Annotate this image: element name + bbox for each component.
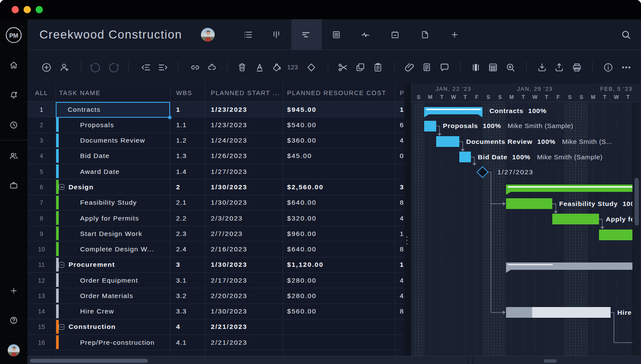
tab-sheet-view-icon[interactable] xyxy=(324,19,348,50)
cell-planned-start[interactable]: 2/21/2023 xyxy=(211,335,247,350)
outdent-icon[interactable] xyxy=(138,60,153,75)
fullscreen-button[interactable] xyxy=(36,6,43,13)
summary-bar[interactable] xyxy=(506,263,641,270)
summary-bar[interactable] xyxy=(424,107,482,114)
cell-wbs[interactable]: 4.1 xyxy=(176,335,187,350)
cell-planned-start[interactable]: 2/21/2023 xyxy=(211,319,247,334)
task-row-9[interactable]: 9Start Design Work2.32/7/2023$960.001 xyxy=(27,226,404,242)
cell-extra[interactable]: 0 xyxy=(400,149,404,164)
tab-list-view-icon[interactable] xyxy=(236,19,260,50)
cell-wbs[interactable]: 2.2 xyxy=(176,211,187,226)
sidebar-plus-icon[interactable] xyxy=(9,286,18,295)
gantt-hscrollbar-thumb[interactable] xyxy=(544,359,557,363)
add-task-icon[interactable] xyxy=(39,60,54,75)
cell-planned-start[interactable]: 1/30/2023 xyxy=(211,304,247,319)
info-icon[interactable] xyxy=(600,60,616,75)
task-row-2[interactable]: 2Proposals1.11/23/2023$540.006 xyxy=(27,117,404,133)
tab-activity-view-icon[interactable] xyxy=(353,19,377,50)
collapse-icon[interactable] xyxy=(59,184,64,190)
cell-extra[interactable]: 1 xyxy=(400,257,404,272)
cell-planned-cost[interactable]: $640.00 xyxy=(287,195,317,210)
col-header-all[interactable]: ALL xyxy=(27,84,56,102)
cell-planned-cost[interactable]: $280.00 xyxy=(287,288,317,303)
task-row-8[interactable]: 8Apply for Permits2.22/3/2023$320.004 xyxy=(27,211,404,226)
cell-extra[interactable]: 8 xyxy=(400,195,404,210)
cell-wbs[interactable]: 3.2 xyxy=(176,288,187,303)
cell-planned-cost[interactable]: $960.00 xyxy=(287,226,317,241)
col-header[interactable]: TASK NAME xyxy=(59,84,101,102)
gantt-vscrollbar[interactable] xyxy=(632,102,641,356)
cell-task-name[interactable]: Prep/Pre-construction xyxy=(80,335,168,350)
cell-extra[interactable]: 4 xyxy=(400,211,404,226)
cell-extra[interactable]: 6 xyxy=(400,117,404,132)
cell-task-name[interactable]: Design xyxy=(59,179,168,194)
task-row-14[interactable]: 14Hire Crew3.31/30/2023$560.008 xyxy=(27,304,404,319)
task-row-3[interactable]: 3Documents Review1.21/24/2023$360.004 xyxy=(27,133,404,149)
cell-wbs[interactable]: 3.3 xyxy=(176,304,187,319)
columns-icon[interactable] xyxy=(468,60,483,75)
cell-task-name[interactable]: Procurement xyxy=(59,257,168,272)
cell-task-name[interactable] xyxy=(80,350,168,356)
project-avatar[interactable] xyxy=(201,28,215,42)
cell-planned-cost[interactable]: $1,120.00 xyxy=(287,257,323,272)
cell-task-name[interactable]: Feasibility Study xyxy=(80,195,168,210)
sidebar-people-icon[interactable] xyxy=(9,151,19,161)
cell-wbs[interactable]: 1.4 xyxy=(176,164,187,179)
task-row-5[interactable]: 5Award Date1.41/27/2023 xyxy=(27,164,404,179)
cell-wbs[interactable]: 2.1 xyxy=(176,195,187,210)
cell-extra[interactable]: 4 xyxy=(400,133,404,148)
cell-planned-cost[interactable]: $2,560.00 xyxy=(287,179,323,194)
link-icon[interactable] xyxy=(187,60,203,75)
cell-planned-start[interactable]: 2/17/2023 xyxy=(211,273,247,288)
cell-task-name[interactable]: Start Design Work xyxy=(80,226,168,241)
cell-extra[interactable]: 8 xyxy=(400,242,404,257)
sidebar-clock-icon[interactable] xyxy=(9,120,19,130)
cell-extra[interactable]: 4 xyxy=(400,288,404,303)
task-bar[interactable] xyxy=(506,307,611,318)
tab-gantt-view-icon[interactable] xyxy=(294,19,318,50)
search-icon[interactable] xyxy=(620,29,632,41)
cell-wbs[interactable]: 2.3 xyxy=(176,226,187,241)
fill-color-icon[interactable] xyxy=(269,60,284,75)
cell-wbs[interactable]: 1 xyxy=(176,102,180,117)
cut-icon[interactable] xyxy=(335,60,350,75)
task-bar[interactable] xyxy=(459,152,471,162)
grid-hscrollbar-thumb[interactable] xyxy=(30,359,148,363)
sidebar-home-icon[interactable] xyxy=(9,60,19,70)
print-icon[interactable] xyxy=(569,60,584,75)
cell-task-name[interactable]: Documents Review xyxy=(80,133,168,148)
redo-icon[interactable] xyxy=(106,60,121,75)
pm-logo[interactable]: PM xyxy=(6,27,22,43)
cell-planned-cost[interactable]: $320.00 xyxy=(287,211,317,226)
attach-icon[interactable] xyxy=(402,60,417,75)
col-header[interactable]: PLANNED RESOURCE COST xyxy=(287,84,386,102)
col-header[interactable]: WBS xyxy=(176,84,192,102)
cell-wbs[interactable]: 1.3 xyxy=(176,149,187,164)
tab-add-view-icon[interactable] xyxy=(443,19,467,50)
cell-planned-cost[interactable]: $640.00 xyxy=(287,242,317,257)
task-row-16[interactable]: 16Prep/Pre-construction4.12/21/2023 xyxy=(27,335,404,350)
cell-task-name[interactable]: Complete Design W... xyxy=(80,242,168,257)
more-icon[interactable] xyxy=(618,60,634,75)
cell-planned-start[interactable]: 1/23/2023 xyxy=(211,117,247,132)
cell-wbs[interactable]: 2.4 xyxy=(176,242,187,257)
table-icon[interactable] xyxy=(485,60,500,75)
cell-planned-cost[interactable]: $540.00 xyxy=(287,117,317,132)
collapse-icon[interactable] xyxy=(59,262,64,268)
cell-task-name[interactable]: Apply for Permits xyxy=(80,211,168,226)
tab-calendar-view-icon[interactable] xyxy=(383,19,407,50)
cell-task-name[interactable]: Award Date xyxy=(80,164,168,179)
task-bar[interactable] xyxy=(506,198,553,209)
cell-planned-start[interactable]: 1/30/2023 xyxy=(211,257,247,272)
cell-planned-cost[interactable]: $45.00 xyxy=(287,149,312,164)
cell-planned-cost[interactable]: $560.00 xyxy=(287,304,317,319)
cell-planned-cost[interactable]: $280.00 xyxy=(287,273,317,288)
undo-icon[interactable] xyxy=(87,60,103,75)
summary-bar[interactable] xyxy=(506,185,641,192)
task-bar[interactable] xyxy=(436,136,459,147)
assign-person-icon[interactable] xyxy=(57,60,72,75)
task-row-empty[interactable] xyxy=(27,350,404,356)
export-icon[interactable] xyxy=(551,60,567,75)
task-row-11[interactable]: 11Procurement31/30/2023$1,120.001 xyxy=(27,257,404,273)
cell-extra[interactable]: 8 xyxy=(400,304,404,319)
